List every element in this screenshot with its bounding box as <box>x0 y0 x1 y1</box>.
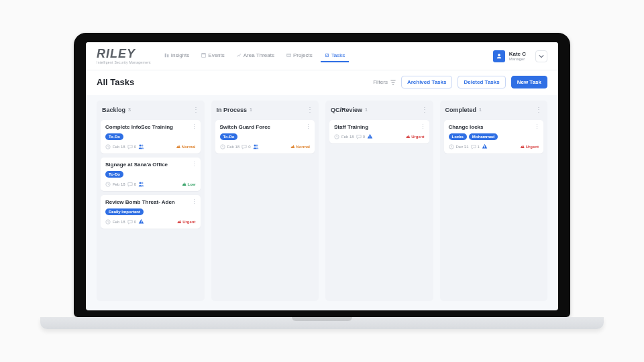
comment-icon <box>471 144 476 149</box>
nav-icon <box>286 53 291 58</box>
svg-rect-18 <box>370 135 370 137</box>
nav-item-area-threats[interactable]: Area Threats <box>233 50 278 62</box>
column-menu-button[interactable]: ⋮ <box>307 106 313 113</box>
user-icon <box>496 53 502 60</box>
priority-badge: Urgent <box>521 145 539 149</box>
column-qc-review: QC/Review1⋮⋮Staff TrainingFeb 180Urgent <box>325 101 433 301</box>
task-card[interactable]: ⋮Change locksLocksMohammedDec 311Urgent <box>444 120 544 154</box>
nav-icon <box>325 53 329 58</box>
card-menu-button[interactable]: ⋮ <box>191 198 197 205</box>
alert-icon <box>482 143 488 149</box>
svg-rect-1 <box>167 54 168 57</box>
card-meta: Feb 180Normal <box>220 143 311 149</box>
svg-rect-19 <box>370 137 370 138</box>
user-chip[interactable]: Kate C Manager <box>493 50 526 62</box>
clock-icon <box>334 134 339 139</box>
card-date: Feb 18 <box>113 182 125 186</box>
card-comments: 0 <box>363 135 365 139</box>
card-tags: LocksMohammed <box>449 133 539 140</box>
brand-logo: RILEY Intelligent Security Management <box>97 48 151 64</box>
svg-rect-13 <box>141 223 142 223</box>
column-backlog: Backlog3⋮⋮Complete InfoSec TrainingTo-Do… <box>97 101 205 301</box>
column-menu-button[interactable]: ⋮ <box>421 106 428 113</box>
card-menu-button[interactable]: ⋮ <box>305 123 311 130</box>
card-comments: 1 <box>478 145 480 149</box>
task-card[interactable]: ⋮Signage at Sana'a OfficeTo-DoFeb 180Low <box>101 158 201 191</box>
main-nav: InsightsEventsArea ThreatsProjectsTasks <box>160 50 350 62</box>
card-comments: 0 <box>134 182 136 186</box>
deleted-tasks-button[interactable]: Deleted Tasks <box>458 76 505 88</box>
comment-icon <box>127 219 133 225</box>
card-date: Feb 18 <box>341 135 354 139</box>
column-menu-button[interactable]: ⋮ <box>535 106 542 113</box>
column-header: In Process1⋮ <box>215 105 315 116</box>
nav-item-tasks[interactable]: Tasks <box>321 50 349 62</box>
card-date: Dec 31 <box>456 145 469 149</box>
card-title: Staff Training <box>334 124 425 130</box>
priority-badge: Urgent <box>177 220 195 224</box>
task-card[interactable]: ⋮Review Bomb Threat- AdenReally Importan… <box>101 195 201 229</box>
new-task-button[interactable]: New Task <box>511 76 547 88</box>
toolbar: All Tasks Filters Archived Tasks Deleted… <box>86 70 558 95</box>
user-menu-button[interactable] <box>535 50 547 62</box>
priority-badge: Urgent <box>406 135 424 139</box>
task-card[interactable]: ⋮Complete InfoSec TrainingTo-DoFeb 180No… <box>101 120 201 154</box>
archived-tasks-button[interactable]: Archived Tasks <box>401 76 453 88</box>
priority-badge: Normal <box>176 145 196 149</box>
nav-label: Projects <box>293 52 313 58</box>
card-meta: Feb 180Urgent <box>334 133 425 139</box>
svg-rect-12 <box>141 221 142 222</box>
nav-icon <box>164 53 169 58</box>
svg-point-7 <box>142 145 144 147</box>
priority-badge: Normal <box>290 145 310 149</box>
comment-icon <box>356 134 362 139</box>
users-icon <box>253 143 259 149</box>
laptop-base <box>40 317 604 329</box>
card-date: Feb 18 <box>113 145 125 149</box>
card-menu-button[interactable]: ⋮ <box>191 123 197 130</box>
column-count: 3 <box>128 107 131 112</box>
card-menu-button[interactable]: ⋮ <box>191 161 197 168</box>
card-menu-button[interactable]: ⋮ <box>420 123 426 130</box>
svg-rect-22 <box>484 147 485 148</box>
brand-tagline: Intelligent Security Management <box>97 60 151 64</box>
alert-icon <box>367 133 373 139</box>
tag: To-Do <box>220 133 238 140</box>
clock-icon <box>105 219 111 225</box>
svg-point-9 <box>140 182 142 184</box>
nav-item-events[interactable]: Events <box>197 50 228 62</box>
filters-button[interactable]: Filters <box>373 79 396 85</box>
svg-point-6 <box>140 145 142 147</box>
column-title: Completed <box>445 107 477 113</box>
card-date: Feb 18 <box>227 145 240 149</box>
card-title: Signage at Sana'a Office <box>105 162 196 168</box>
nav-item-insights[interactable]: Insights <box>160 50 194 62</box>
card-title: Change locks <box>449 124 539 130</box>
card-comments: 0 <box>248 145 250 149</box>
tag: To-Do <box>105 171 123 178</box>
nav-item-projects[interactable]: Projects <box>282 50 317 62</box>
card-date: Feb 18 <box>113 220 125 224</box>
filters-label: Filters <box>373 79 388 85</box>
alert-icon <box>138 219 144 225</box>
clock-icon <box>220 144 225 149</box>
column-count: 1 <box>250 107 252 112</box>
card-tags: To-Do <box>220 133 311 140</box>
comment-icon <box>127 182 133 187</box>
svg-point-15 <box>254 145 256 147</box>
column-title: QC/Review <box>331 107 362 113</box>
task-card[interactable]: ⋮Switch Guard ForceTo-DoFeb 180Normal <box>215 120 315 154</box>
card-tags: To-Do <box>105 171 196 178</box>
card-title: Complete InfoSec Training <box>105 124 196 130</box>
column-header: Backlog3⋮ <box>101 105 201 116</box>
nav-label: Events <box>208 52 224 58</box>
card-comments: 0 <box>134 220 136 224</box>
tag: Mohammed <box>469 133 498 140</box>
app-screen: RILEY Intelligent Security Management In… <box>86 42 558 310</box>
column-menu-button[interactable]: ⋮ <box>193 106 199 113</box>
users-icon <box>138 181 144 187</box>
column-count: 1 <box>365 107 368 112</box>
card-menu-button[interactable]: ⋮ <box>534 123 540 130</box>
avatar <box>493 50 505 62</box>
task-card[interactable]: ⋮Staff TrainingFeb 180Urgent <box>329 120 429 143</box>
